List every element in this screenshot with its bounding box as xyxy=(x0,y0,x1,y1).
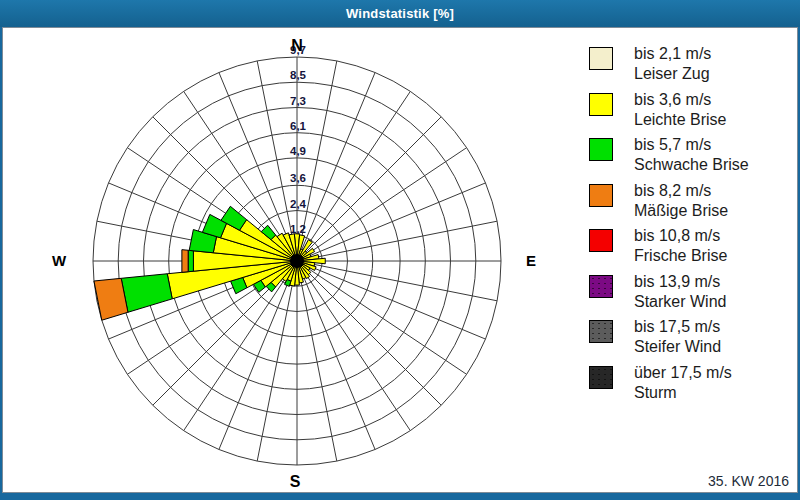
svg-text:7,3: 7,3 xyxy=(290,95,306,107)
legend-wind-name: Frische Brise xyxy=(634,246,727,266)
legend-speed-range: bis 13,9 m/s xyxy=(634,272,726,292)
svg-text:3,6: 3,6 xyxy=(290,172,306,184)
svg-text:2,4: 2,4 xyxy=(290,198,307,210)
legend-label: bis 5,7 m/sSchwache Brise xyxy=(634,135,749,181)
legend-swatch-6 xyxy=(589,275,613,298)
legend-swatch-7 xyxy=(589,320,613,343)
legend-item: bis 13,9 m/sStarker Wind xyxy=(589,272,789,318)
legend-item: bis 3,6 m/sLeichte Brise xyxy=(589,90,789,136)
petal-segment xyxy=(94,278,128,320)
legend-label: bis 3,6 m/sLeichte Brise xyxy=(634,90,727,136)
petal-segment xyxy=(188,250,193,271)
legend-label: bis 10,8 m/sFrische Brise xyxy=(634,226,727,272)
legend-speed-range: bis 17,5 m/s xyxy=(634,317,721,337)
svg-text:1,2: 1,2 xyxy=(290,223,306,235)
legend-swatch-4 xyxy=(589,184,613,207)
svg-text:8,5: 8,5 xyxy=(290,69,307,81)
legend-swatch-3 xyxy=(589,138,613,161)
legend-label: über 17,5 m/sSturm xyxy=(634,363,732,409)
svg-text:6,1: 6,1 xyxy=(290,120,307,132)
legend-wind-name: Leichte Brise xyxy=(634,110,727,130)
legend-swatch-8 xyxy=(589,366,613,389)
legend: bis 2,1 m/sLeiser Zugbis 3,6 m/sLeichte … xyxy=(589,44,789,408)
legend-swatch-1 xyxy=(589,47,613,70)
petal-segment xyxy=(182,250,188,273)
legend-label: bis 2,1 m/sLeiser Zug xyxy=(634,44,711,90)
legend-wind-name: Steifer Wind xyxy=(634,337,721,357)
legend-item: bis 8,2 m/sMäßige Brise xyxy=(589,181,789,227)
legend-speed-range: bis 2,1 m/s xyxy=(634,44,711,64)
chart-area: 1,22,43,64,96,17,38,59,7NSWE bis 2,1 m/s… xyxy=(2,27,798,493)
legend-wind-name: Mäßige Brise xyxy=(634,201,728,221)
week-label: 35. KW 2016 xyxy=(708,473,789,489)
legend-item: bis 2,1 m/sLeiser Zug xyxy=(589,44,789,90)
legend-speed-range: bis 3,6 m/s xyxy=(634,90,727,110)
legend-wind-name: Sturm xyxy=(634,383,732,403)
compass-w: W xyxy=(52,252,67,269)
legend-wind-name: Starker Wind xyxy=(634,292,726,312)
legend-speed-range: bis 5,7 m/s xyxy=(634,135,749,155)
legend-item: bis 17,5 m/sSteifer Wind xyxy=(589,317,789,363)
legend-label: bis 8,2 m/sMäßige Brise xyxy=(634,181,728,227)
legend-speed-range: bis 8,2 m/s xyxy=(634,181,728,201)
legend-item: bis 10,8 m/sFrische Brise xyxy=(589,226,789,272)
compass-n: N xyxy=(291,37,303,54)
windstatistik-window: Windstatistik [%] 1,22,43,64,96,17,38,59… xyxy=(0,0,800,500)
petal-segment xyxy=(121,274,172,313)
center-hub xyxy=(290,254,304,268)
legend-speed-range: bis 10,8 m/s xyxy=(634,226,727,246)
legend-wind-name: Schwache Brise xyxy=(634,155,749,175)
legend-speed-range: über 17,5 m/s xyxy=(634,363,732,383)
legend-swatch-2 xyxy=(589,93,613,116)
legend-label: bis 13,9 m/sStarker Wind xyxy=(634,272,726,318)
legend-item: bis 5,7 m/sSchwache Brise xyxy=(589,135,789,181)
radial-tick-labels: 1,22,43,64,96,17,38,59,7 xyxy=(290,44,307,235)
compass-s: S xyxy=(290,473,301,490)
legend-swatch-5 xyxy=(589,229,613,252)
legend-item: über 17,5 m/sSturm xyxy=(589,363,789,409)
svg-text:4,9: 4,9 xyxy=(290,145,306,157)
legend-label: bis 17,5 m/sSteifer Wind xyxy=(634,317,721,363)
legend-wind-name: Leiser Zug xyxy=(634,64,711,84)
compass-e: E xyxy=(526,252,536,269)
